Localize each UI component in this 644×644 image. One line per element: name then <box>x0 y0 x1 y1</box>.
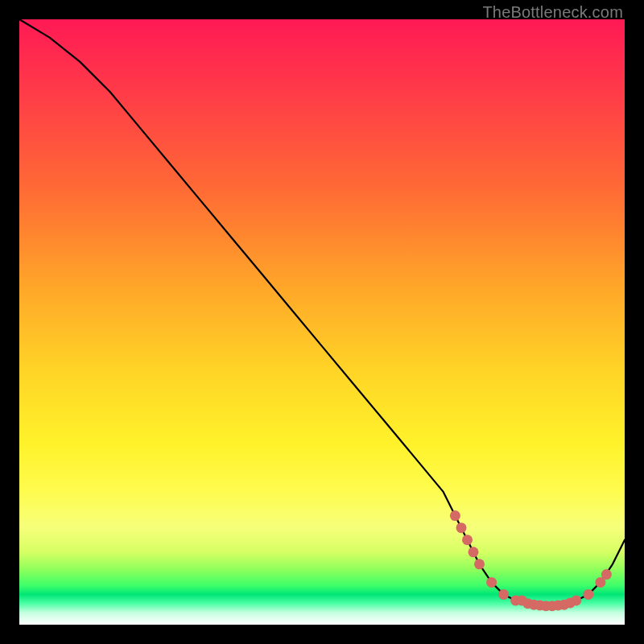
chart-plot-area <box>19 19 625 625</box>
data-point-marker <box>456 522 467 533</box>
data-point-marker <box>450 510 460 521</box>
watermark-text: TheBottleneck.com <box>482 3 623 22</box>
marker-group <box>450 510 612 611</box>
data-point-marker <box>474 559 485 569</box>
data-point-marker <box>601 569 612 580</box>
data-point-marker <box>498 589 509 600</box>
data-point-marker <box>571 595 581 605</box>
data-point-marker <box>486 577 497 588</box>
chart-svg <box>19 19 625 625</box>
chart-stage: TheBottleneck.com <box>0 0 644 644</box>
data-point-marker <box>462 535 473 545</box>
data-point-marker <box>583 589 593 600</box>
data-point-marker <box>469 547 479 557</box>
bottleneck-curve <box>19 19 625 606</box>
